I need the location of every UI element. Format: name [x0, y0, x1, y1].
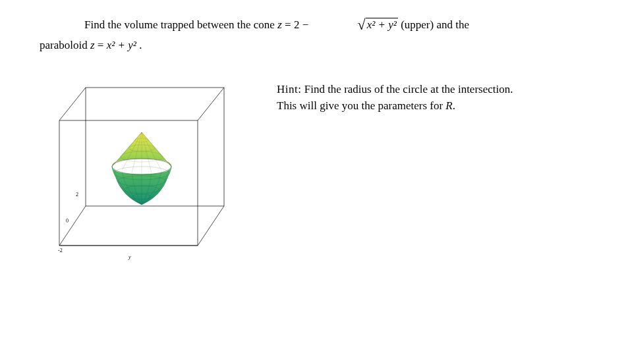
svg-line-3 — [59, 206, 86, 246]
cone-equation: z = 2 − √x² + y² — [277, 18, 401, 31]
hint-line1: Find the radius of the circle at the int… — [301, 83, 513, 95]
cube-wireframe: -2 0 2 y — [40, 74, 250, 278]
hint-block: Hint: Find the radius of the circle at t… — [277, 74, 586, 115]
paraboloid-equation: z = x² + y² — [90, 39, 139, 51]
axis-label-y: y — [128, 254, 131, 260]
sqrt-expression: √x² + y² — [311, 13, 397, 36]
figure-3d-plot: -2 0 2 y — [40, 74, 250, 278]
axis-tick: -2 — [58, 247, 63, 253]
content-row: -2 0 2 y — [40, 74, 586, 278]
hint-R: R — [445, 99, 452, 112]
hint-label: Hint: — [277, 83, 301, 95]
svg-line-2 — [198, 206, 224, 246]
problem-intro: Find the volume trapped between the cone — [84, 18, 277, 31]
axis-tick: 2 — [76, 192, 78, 197]
hint-line2: This will give you the parameters for — [277, 99, 445, 112]
solid-region — [112, 132, 171, 205]
problem-statement: Find the volume trapped between the cone… — [40, 13, 586, 55]
svg-line-0 — [59, 88, 86, 120]
upper-label: (upper) and the — [401, 18, 469, 31]
svg-line-1 — [198, 88, 224, 120]
axis-tick: 0 — [66, 218, 69, 224]
paraboloid-label: paraboloid — [40, 39, 90, 51]
